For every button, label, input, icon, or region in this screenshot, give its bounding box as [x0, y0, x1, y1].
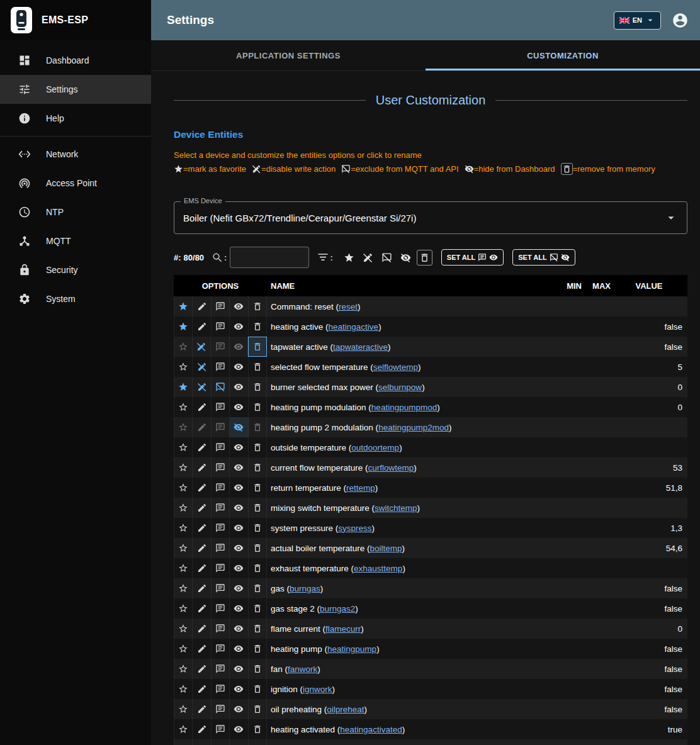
disable-write-toggle[interactable]: [193, 578, 211, 598]
disable-write-toggle[interactable]: [193, 538, 211, 558]
favorite-toggle[interactable]: [174, 659, 193, 679]
exclude-mqtt-toggle[interactable]: [212, 578, 230, 598]
remove-memory-toggle[interactable]: [249, 397, 267, 417]
disable-write-toggle[interactable]: [193, 659, 211, 679]
ems-device-select[interactable]: EMS Device Boiler (Nefit GBx72/Trendline…: [174, 201, 687, 234]
entity-name[interactable]: gas (burngas): [267, 584, 553, 593]
exclude-mqtt-toggle[interactable]: [212, 699, 230, 719]
set-all-button-1[interactable]: SET ALL: [441, 249, 504, 266]
favorite-toggle[interactable]: [174, 316, 193, 337]
remove-memory-toggle[interactable]: [249, 316, 267, 337]
entity-shortname-link[interactable]: heatingactivated: [340, 725, 402, 734]
entity-shortname-link[interactable]: switchtemp: [375, 503, 417, 513]
hide-dashboard-toggle[interactable]: [230, 397, 248, 417]
entity-shortname-link[interactable]: heatingpump: [327, 644, 376, 654]
remove-memory-toggle[interactable]: [249, 659, 267, 679]
star-filter-toggle[interactable]: [341, 250, 357, 266]
remove-memory-toggle[interactable]: [249, 679, 267, 699]
entity-name[interactable]: current flow temperature (curflowtemp): [267, 463, 553, 473]
favorite-toggle[interactable]: [174, 699, 193, 719]
entity-shortname-link[interactable]: flamecurr: [325, 624, 361, 634]
favorite-toggle[interactable]: [174, 337, 193, 357]
disable-write-toggle[interactable]: [193, 699, 211, 719]
favorite-toggle[interactable]: [174, 518, 193, 538]
hide-dashboard-toggle[interactable]: [230, 377, 248, 397]
disable-write-toggle[interactable]: [193, 437, 211, 457]
exclude-mqtt-toggle[interactable]: [212, 437, 230, 457]
set-all-button-2[interactable]: SET ALL: [512, 249, 575, 266]
remove-memory-toggle[interactable]: [249, 478, 267, 498]
exclude-mqtt-toggle[interactable]: [212, 417, 230, 437]
disable-write-toggle[interactable]: [193, 719, 211, 739]
account-button[interactable]: [672, 12, 689, 29]
disable-write-toggle[interactable]: [193, 739, 211, 745]
entity-name[interactable]: gas stage 2 (burngas2): [267, 604, 553, 613]
entity-name[interactable]: oil preheating (oilpreheat): [267, 705, 553, 714]
tab-application-settings[interactable]: APPLICATION SETTINGS: [151, 40, 426, 70]
favorite-toggle[interactable]: [174, 296, 193, 316]
entity-name[interactable]: mixing switch temperature (switchtemp): [267, 503, 553, 513]
entity-shortname-link[interactable]: heatingactive: [329, 322, 379, 332]
hide-dashboard-toggle[interactable]: [230, 518, 248, 538]
entity-name[interactable]: fan (fanwork): [267, 664, 553, 674]
exclude-mqtt-toggle[interactable]: [212, 397, 230, 417]
hide-dashboard-toggle[interactable]: [230, 578, 248, 598]
entity-name[interactable]: exhaust temperature (exhausttemp): [267, 564, 553, 573]
remove-memory-toggle[interactable]: [249, 437, 267, 457]
remove-memory-toggle[interactable]: [249, 639, 267, 659]
exclude-mqtt-toggle[interactable]: [212, 679, 230, 699]
disable-write-toggle[interactable]: [193, 377, 211, 397]
exclude-mqtt-toggle[interactable]: [212, 357, 230, 377]
sidebar-item-security[interactable]: Security: [0, 255, 151, 284]
exclude-mqtt-toggle[interactable]: [212, 377, 230, 397]
entity-name[interactable]: Command: reset (reset): [267, 302, 553, 311]
entity-name[interactable]: heating activated (heatingactivated): [267, 725, 553, 734]
edit-off-filter-toggle[interactable]: [360, 250, 376, 266]
disable-write-toggle[interactable]: [193, 598, 211, 619]
favorite-toggle[interactable]: [174, 619, 193, 639]
entity-shortname-link[interactable]: oilpreheat: [327, 705, 364, 714]
remove-memory-toggle[interactable]: [249, 598, 267, 619]
entity-shortname-link[interactable]: fanwork: [288, 664, 317, 674]
entity-shortname-link[interactable]: exhausttemp: [354, 564, 402, 573]
favorite-toggle[interactable]: [174, 498, 193, 518]
favorite-toggle[interactable]: [174, 598, 193, 619]
disable-write-toggle[interactable]: [193, 316, 211, 337]
exclude-mqtt-toggle[interactable]: [212, 619, 230, 639]
remove-memory-toggle[interactable]: [249, 739, 267, 745]
exclude-mqtt-toggle[interactable]: [211, 337, 229, 357]
exclude-mqtt-toggle[interactable]: [212, 639, 230, 659]
language-selector[interactable]: EN: [614, 11, 661, 30]
visibility-off-filter-toggle[interactable]: [398, 250, 414, 266]
hide-dashboard-toggle[interactable]: [230, 538, 248, 558]
hide-dashboard-toggle[interactable]: [230, 296, 248, 316]
exclude-mqtt-toggle[interactable]: [212, 719, 230, 739]
hide-dashboard-toggle[interactable]: [230, 558, 248, 578]
sidebar-item-network[interactable]: Network: [0, 140, 151, 169]
remove-memory-toggle[interactable]: [249, 457, 267, 478]
hide-dashboard-toggle[interactable]: [230, 357, 248, 377]
favorite-toggle[interactable]: [174, 558, 193, 578]
exclude-mqtt-toggle[interactable]: [212, 518, 230, 538]
exclude-mqtt-toggle[interactable]: [212, 478, 230, 498]
sidebar-item-settings[interactable]: Settings: [0, 75, 151, 104]
entity-name[interactable]: system pressure (syspress): [267, 524, 553, 533]
entity-name[interactable]: heating pump modulation (heatingpumpmod): [267, 403, 553, 412]
disable-write-toggle[interactable]: [193, 397, 211, 417]
remove-memory-toggle[interactable]: [249, 357, 267, 377]
remove-memory-toggle[interactable]: [249, 699, 267, 719]
remove-memory-toggle[interactable]: [249, 578, 267, 598]
favorite-toggle[interactable]: [174, 538, 193, 558]
entity-name[interactable]: flame current (flamecurr): [267, 624, 553, 634]
remove-memory-toggle[interactable]: [249, 538, 267, 558]
favorite-toggle[interactable]: [174, 478, 193, 498]
hide-dashboard-toggle[interactable]: [230, 719, 248, 739]
tab-customization[interactable]: CUSTOMIZATION: [426, 40, 700, 70]
sidebar-item-mqtt[interactable]: MQTT: [0, 227, 151, 255]
exclude-mqtt-toggle[interactable]: [212, 598, 230, 619]
entity-shortname-link[interactable]: boiltemp: [370, 544, 402, 553]
exclude-mqtt-toggle[interactable]: [212, 739, 230, 745]
entity-name[interactable]: ignition (ignwork): [267, 685, 553, 694]
disable-write-toggle[interactable]: [193, 457, 211, 478]
exclude-mqtt-toggle[interactable]: [212, 316, 230, 337]
